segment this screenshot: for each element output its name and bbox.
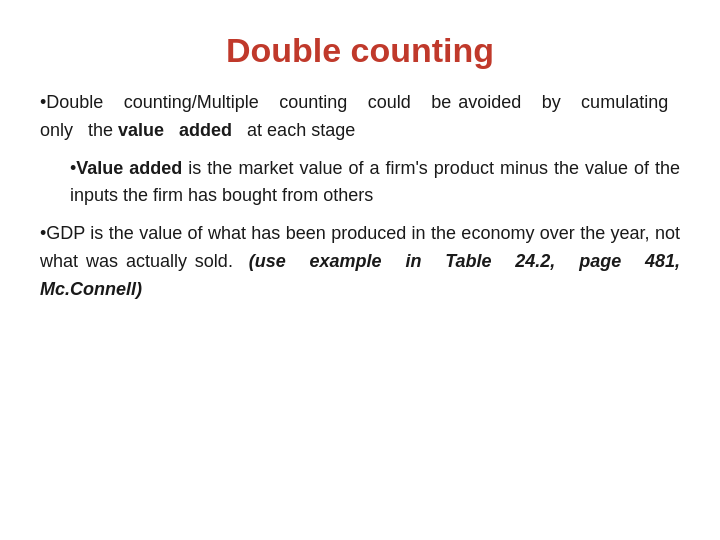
- content-area: •Double counting/Multiple counting could…: [40, 89, 680, 510]
- bullet-1: •Double counting/Multiple counting could…: [40, 89, 680, 145]
- bullet-1-sub: •Value added is the market value of a fi…: [70, 155, 680, 211]
- slide-title: Double counting: [40, 30, 680, 71]
- bullet-1-text: •Double counting/Multiple counting could…: [40, 92, 680, 140]
- slide-container: Double counting •Double counting/Multipl…: [0, 0, 720, 540]
- bold-table-ref: (use example in Table 24.2, page 481, Mc…: [40, 251, 680, 299]
- bullet-2: •GDP is the value of what has been produ…: [40, 220, 680, 304]
- bold-value-added-2: Value added: [76, 158, 182, 178]
- bold-value-added-1: value added: [118, 120, 232, 140]
- bullet-2-text: •GDP is the value of what has been produ…: [40, 223, 680, 299]
- bullet-1-sub-text: •Value added is the market value of a fi…: [70, 158, 680, 206]
